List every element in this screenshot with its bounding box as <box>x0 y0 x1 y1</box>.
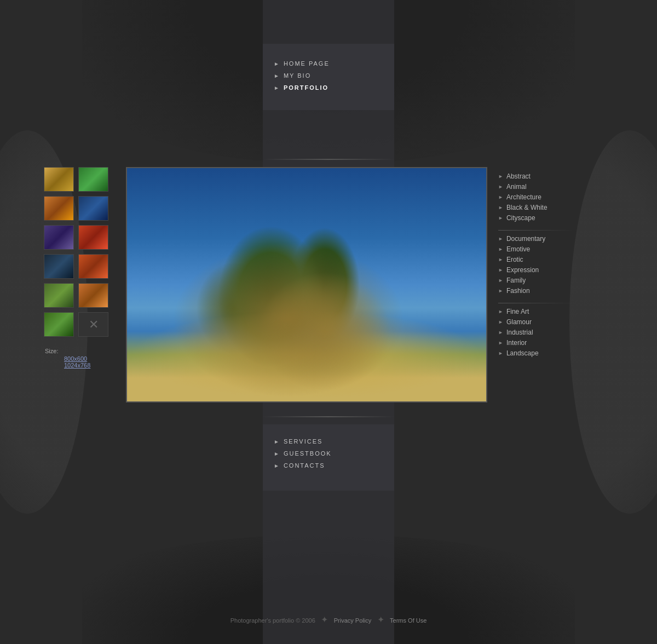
cat-label-abstract: Abstract <box>506 173 531 180</box>
divider-top <box>263 159 394 160</box>
cat-arrow-interior: ► <box>498 340 503 346</box>
thumb-row-5 <box>44 283 115 308</box>
cat-label-glamour: Glamour <box>506 318 532 326</box>
nav-item-mybio[interactable]: ► MY BIO <box>274 72 383 79</box>
cat-arrow-abstract: ► <box>498 174 503 179</box>
footer-terms-link[interactable]: Terms Of Use <box>390 617 427 624</box>
cat-industrial[interactable]: ► Industrial <box>498 329 575 336</box>
category-sidebar: ► Abstract ► Animal ► Architecture ► Bla… <box>498 167 575 403</box>
nav-item-guestbook[interactable]: ► GUESTBOOK <box>274 450 383 457</box>
main-content: ✕ Size: 800x600 1024x768 ► Abstract ► An… <box>44 167 613 403</box>
nav-arrow-homepage: ► <box>274 61 279 67</box>
cat-divider-1 <box>498 230 575 231</box>
footer-copyright: Photographer's portfolio © 2006 <box>230 617 315 624</box>
size-link-1024[interactable]: 1024x768 <box>45 362 115 369</box>
thumbnail-placeholder[interactable]: ✕ <box>78 312 108 337</box>
thumbnail-1[interactable] <box>44 167 74 192</box>
thumbnail-9[interactable] <box>44 283 74 308</box>
thumbnail-5[interactable] <box>44 225 74 250</box>
thumbnail-3[interactable] <box>44 196 74 221</box>
cat-label-emotive: Emotive <box>506 245 530 253</box>
thumb-row-4 <box>44 254 115 279</box>
nav-item-homepage[interactable]: ► HOME PAGE <box>274 60 383 67</box>
cat-fashion[interactable]: ► Fashion <box>498 287 575 295</box>
thumbnail-11[interactable] <box>44 312 74 337</box>
cat-arrow-expression: ► <box>498 267 503 273</box>
cat-glamour[interactable]: ► Glamour <box>498 318 575 326</box>
nav-arrow-contacts: ► <box>274 463 279 469</box>
main-image-container <box>126 167 487 403</box>
nav-label-guestbook: GUESTBOOK <box>284 450 332 457</box>
cat-arrow-documentary: ► <box>498 236 503 242</box>
cat-abstract[interactable]: ► Abstract <box>498 173 575 180</box>
nav-item-contacts[interactable]: ► CONTACTS <box>274 462 383 469</box>
cat-arrow-glamour: ► <box>498 319 503 325</box>
thumbnail-10[interactable] <box>78 283 108 308</box>
footer: Photographer's portfolio © 2006 ✦ Privac… <box>0 614 657 625</box>
thumb-row-6: ✕ <box>44 312 115 337</box>
cat-arrow-architecture: ► <box>498 194 503 200</box>
cat-arrow-landscape: ► <box>498 350 503 356</box>
cat-arrow-cityscape: ► <box>498 215 503 221</box>
nav-label-portfolio: PORTFOLIO <box>284 84 328 91</box>
cat-label-documentary: Documentary <box>506 235 545 243</box>
cat-label-family: Family <box>506 277 526 284</box>
cat-label-animal: Animal <box>506 183 527 191</box>
thumb-row-3 <box>44 225 115 250</box>
size-section: Size: 800x600 1024x768 <box>44 346 115 369</box>
cat-divider-2 <box>498 303 575 303</box>
footer-sep-2: ✦ <box>377 615 384 624</box>
nav-item-portfolio[interactable]: ► PORTFOLIO <box>274 84 383 91</box>
cat-arrow-industrial: ► <box>498 330 503 335</box>
cat-label-landscape: Landscape <box>506 349 539 357</box>
cat-blackwhite[interactable]: ► Black & White <box>498 204 575 211</box>
cat-label-expression: Expression <box>506 266 539 274</box>
cat-arrow-erotic: ► <box>498 257 503 262</box>
nav-arrow-portfolio: ► <box>274 85 279 91</box>
cat-arrow-fineart: ► <box>498 309 503 314</box>
cat-group-1: ► Abstract ► Animal ► Architecture ► Bla… <box>498 173 575 222</box>
cat-label-fashion: Fashion <box>506 287 530 295</box>
divider-bottom <box>263 416 394 417</box>
nav-item-services[interactable]: ► SERVICES <box>274 438 383 445</box>
cat-label-interior: Interior <box>506 339 527 347</box>
size-link-800[interactable]: 800x600 <box>45 355 115 362</box>
cat-erotic[interactable]: ► Erotic <box>498 256 575 263</box>
size-label: Size: <box>45 348 58 354</box>
cat-label-cityscape: Cityscape <box>506 214 535 222</box>
cat-expression[interactable]: ► Expression <box>498 266 575 274</box>
cat-group-2: ► Documentary ► Emotive ► Erotic ► Expre… <box>498 235 575 295</box>
nav-arrow-mybio: ► <box>274 73 279 79</box>
bottom-nav: ► SERVICES ► GUESTBOOK ► CONTACTS <box>263 424 394 491</box>
cat-arrow-fashion: ► <box>498 288 503 294</box>
cat-label-industrial: Industrial <box>506 329 533 336</box>
cat-arrow-animal: ► <box>498 184 503 189</box>
cat-label-erotic: Erotic <box>506 256 523 263</box>
cat-arrow-family: ► <box>498 278 503 283</box>
nav-arrow-services: ► <box>274 439 279 445</box>
cat-cityscape[interactable]: ► Cityscape <box>498 214 575 222</box>
cat-emotive[interactable]: ► Emotive <box>498 245 575 253</box>
nav-label-mybio: MY BIO <box>284 72 311 79</box>
cat-label-fineart: Fine Art <box>506 308 529 315</box>
nav-arrow-guestbook: ► <box>274 451 279 457</box>
footer-privacy-link[interactable]: Privacy Policy <box>334 617 371 624</box>
cat-family[interactable]: ► Family <box>498 277 575 284</box>
thumbnail-7[interactable] <box>44 254 74 279</box>
thumbnail-8[interactable] <box>78 254 108 279</box>
cat-interior[interactable]: ► Interior <box>498 339 575 347</box>
thumbnail-6[interactable] <box>78 225 108 250</box>
cat-group-3: ► Fine Art ► Glamour ► Industrial ► Inte… <box>498 308 575 357</box>
cat-arrow-emotive: ► <box>498 246 503 252</box>
footer-sep-1: ✦ <box>321 615 328 624</box>
cat-label-blackwhite: Black & White <box>506 204 548 211</box>
thumbnail-4[interactable] <box>78 196 108 221</box>
cat-landscape[interactable]: ► Landscape <box>498 349 575 357</box>
cat-animal[interactable]: ► Animal <box>498 183 575 191</box>
cat-documentary[interactable]: ► Documentary <box>498 235 575 243</box>
cat-label-architecture: Architecture <box>506 193 541 201</box>
cat-fineart[interactable]: ► Fine Art <box>498 308 575 315</box>
nav-label-services: SERVICES <box>284 438 322 445</box>
thumbnail-2[interactable] <box>78 167 108 192</box>
cat-architecture[interactable]: ► Architecture <box>498 193 575 201</box>
